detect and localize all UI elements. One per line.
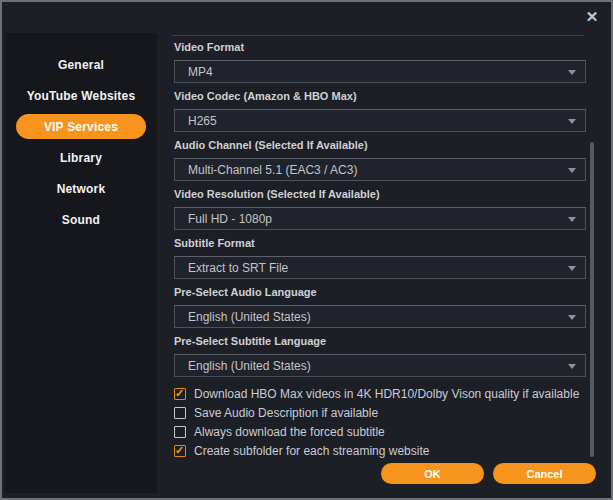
checkbox-save-audio-description[interactable]: Save Audio Description if available bbox=[174, 403, 586, 422]
field-label: Pre-Select Audio Language bbox=[174, 286, 586, 299]
field-video-format: Video Format MP4 bbox=[174, 41, 586, 83]
selected-value: Full HD - 1080p bbox=[188, 212, 272, 226]
sidebar-item-general[interactable]: General bbox=[5, 49, 157, 80]
sidebar-item-label: General bbox=[16, 52, 146, 77]
sidebar-item-library[interactable]: Library bbox=[5, 142, 157, 173]
checkbox-group: Download HBO Max videos in 4K HDR10/Dolb… bbox=[174, 384, 586, 460]
checkbox-icon bbox=[174, 388, 186, 400]
sidebar-item-label: Sound bbox=[16, 207, 146, 232]
chevron-down-icon bbox=[568, 119, 576, 124]
field-label: Audio Channel (Selected If Available) bbox=[174, 139, 586, 152]
chevron-down-icon bbox=[568, 217, 576, 222]
field-audio-language: Pre-Select Audio Language English (Unite… bbox=[174, 286, 586, 328]
audio-channel-dropdown[interactable]: Multi-Channel 5.1 (EAC3 / AC3) bbox=[174, 158, 586, 181]
field-subtitle-format: Subtitle Format Extract to SRT File bbox=[174, 237, 586, 279]
field-label: Video Codec (Amazon & HBO Max) bbox=[174, 90, 586, 103]
chevron-down-icon bbox=[568, 315, 576, 320]
sidebar-item-vip-services[interactable]: VIP Services bbox=[5, 111, 157, 142]
scrollbar-thumb[interactable] bbox=[590, 142, 594, 457]
sidebar-item-youtube-websites[interactable]: YouTube Websites bbox=[5, 80, 157, 111]
checkbox-label: Save Audio Description if available bbox=[194, 406, 378, 420]
audio-language-dropdown[interactable]: English (United States) bbox=[174, 305, 586, 328]
selected-value: Multi-Channel 5.1 (EAC3 / AC3) bbox=[188, 163, 357, 177]
checkbox-label: Always download the forced subtitle bbox=[194, 425, 385, 439]
checkbox-label: Create subfolder for each streaming webs… bbox=[194, 444, 429, 458]
field-subtitle-language: Pre-Select Subtitle Language English (Un… bbox=[174, 335, 586, 377]
cancel-button[interactable]: Cancel bbox=[493, 463, 596, 484]
field-label: Pre-Select Subtitle Language bbox=[174, 335, 586, 348]
checkbox-create-subfolder[interactable]: Create subfolder for each streaming webs… bbox=[174, 441, 586, 460]
field-video-codec: Video Codec (Amazon & HBO Max) H265 bbox=[174, 90, 586, 132]
chevron-down-icon bbox=[568, 70, 576, 75]
checkbox-icon bbox=[174, 426, 186, 438]
selected-value: Extract to SRT File bbox=[188, 261, 288, 275]
sidebar-item-sound[interactable]: Sound bbox=[5, 204, 157, 235]
selected-value: English (United States) bbox=[188, 310, 311, 324]
sidebar-item-label: YouTube Websites bbox=[16, 83, 146, 108]
checkbox-label: Download HBO Max videos in 4K HDR10/Dolb… bbox=[194, 387, 579, 401]
checkbox-icon bbox=[174, 407, 186, 419]
settings-dialog: ✕ General YouTube Websites VIP Services … bbox=[0, 0, 613, 500]
checkbox-icon bbox=[174, 445, 186, 457]
field-video-resolution: Video Resolution (Selected If Available)… bbox=[174, 188, 586, 230]
sidebar: General YouTube Websites VIP Services Li… bbox=[5, 33, 157, 493]
selected-value: MP4 bbox=[188, 65, 213, 79]
selected-value: H265 bbox=[188, 114, 217, 128]
subtitle-language-dropdown[interactable]: English (United States) bbox=[174, 354, 586, 377]
chevron-down-icon bbox=[568, 168, 576, 173]
close-icon[interactable]: ✕ bbox=[583, 8, 601, 26]
video-resolution-dropdown[interactable]: Full HD - 1080p bbox=[174, 207, 586, 230]
chevron-down-icon bbox=[568, 364, 576, 369]
sidebar-item-label: Network bbox=[16, 176, 146, 201]
video-codec-dropdown[interactable]: H265 bbox=[174, 109, 586, 132]
field-label: Video Resolution (Selected If Available) bbox=[174, 188, 586, 201]
checkbox-forced-subtitle[interactable]: Always download the forced subtitle bbox=[174, 422, 586, 441]
field-audio-channel: Audio Channel (Selected If Available) Mu… bbox=[174, 139, 586, 181]
checkbox-hbo-4k-hdr[interactable]: Download HBO Max videos in 4K HDR10/Dolb… bbox=[174, 384, 586, 403]
sidebar-item-network[interactable]: Network bbox=[5, 173, 157, 204]
video-format-dropdown[interactable]: MP4 bbox=[174, 60, 586, 83]
field-label: Subtitle Format bbox=[174, 237, 586, 250]
ok-button[interactable]: OK bbox=[381, 463, 484, 484]
subtitle-format-dropdown[interactable]: Extract to SRT File bbox=[174, 256, 586, 279]
settings-panel-vip-services: Video Format MP4 Video Codec (Amazon & H… bbox=[174, 41, 586, 460]
chevron-down-icon bbox=[568, 266, 576, 271]
header-divider bbox=[172, 35, 584, 36]
sidebar-item-label: VIP Services bbox=[16, 114, 146, 139]
sidebar-item-label: Library bbox=[16, 145, 146, 170]
field-label: Video Format bbox=[174, 41, 586, 54]
dialog-buttons: OK Cancel bbox=[381, 463, 596, 484]
selected-value: English (United States) bbox=[188, 359, 311, 373]
